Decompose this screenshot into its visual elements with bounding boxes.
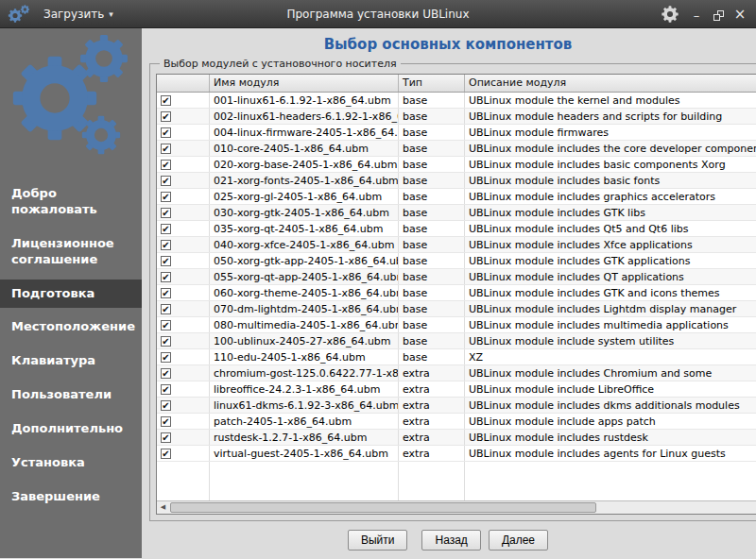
settings-gear-icon[interactable]	[662, 6, 679, 23]
row-checkbox[interactable]: ✔	[161, 95, 171, 106]
table-row[interactable]: ✔linux61-dkms-6.1.92-3-x86_64.ubmextraUB…	[157, 398, 756, 414]
table-row[interactable]: ✔virtual-guest-2405-1-x86_64.ubmextraUBL…	[157, 446, 756, 462]
table-row[interactable]: ✔030-xorg-gtk-2405-1-x86_64.ubmbaseUBLin…	[157, 205, 756, 221]
row-checkbox[interactable]: ✔	[161, 336, 171, 347]
table-row[interactable]: ✔035-xorg-qt-2405-1-x86_64.ubmbaseUBLinu…	[157, 221, 756, 237]
row-checkbox[interactable]: ✔	[161, 449, 171, 459]
row-checkbox[interactable]: ✔	[161, 384, 171, 395]
module-checkbox-cell: ✔	[157, 173, 210, 188]
table-row[interactable]: ✔patch-2405-1-x86_64.ubmextraUBLinux mod…	[157, 414, 756, 430]
row-checkbox[interactable]: ✔	[161, 192, 171, 202]
header-module-type[interactable]: Тип	[399, 75, 465, 92]
module-name-cell: virtual-guest-2405-1-x86_64.ubm	[210, 446, 399, 461]
row-checkbox[interactable]: ✔	[161, 416, 171, 427]
row-checkbox[interactable]: ✔	[161, 208, 171, 218]
module-name-cell: rustdesk-1.2.7-1-x86_64.ubm	[210, 430, 399, 445]
row-checkbox[interactable]: ✔	[161, 240, 171, 250]
sidebar-item-8[interactable]: Завершение	[0, 483, 142, 512]
table-row[interactable]: ✔055-xorg-qt-app-2405-1-x86_64.ubmbaseUB…	[157, 269, 756, 285]
module-name-cell: 025-xorg-gl-2405-1-x86_64.ubm	[210, 189, 399, 204]
sidebar-item-2[interactable]: Подготовка	[0, 280, 142, 309]
module-type-cell: extra	[399, 398, 465, 413]
module-type-cell: base	[399, 93, 465, 108]
maximize-button[interactable]	[712, 8, 725, 21]
row-checkbox[interactable]: ✔	[161, 304, 171, 314]
horizontal-scrollbar[interactable]: ◀ ▶	[157, 500, 756, 514]
table-row[interactable]: ✔110-edu-2405-1-x86_64.ubmbaseXZ	[157, 349, 756, 365]
close-button[interactable]: ×	[733, 8, 747, 21]
table-row[interactable]: ✔010-core-2405-1-x86_64.ubmbaseUBLinux m…	[157, 141, 756, 157]
back-button[interactable]: Назад	[421, 530, 480, 551]
row-checkbox[interactable]: ✔	[161, 127, 171, 138]
row-checkbox[interactable]: ✔	[161, 224, 171, 234]
row-checkbox[interactable]: ✔	[161, 111, 171, 122]
module-desc-cell: UBLinux module includes Xfce application…	[465, 237, 756, 252]
module-checkbox-cell: ✔	[157, 446, 210, 461]
minimize-icon: –	[694, 11, 700, 21]
table-row[interactable]: ✔chromium-gost-125.0.6422.77-1-x86_64.ub…	[157, 365, 756, 381]
sidebar-item-1[interactable]: Лицензионное соглашение	[0, 229, 142, 275]
module-desc-cell: UBLinux module includes basic components…	[465, 157, 756, 172]
row-checkbox[interactable]: ✔	[161, 368, 171, 379]
table-row[interactable]: ✔libreoffice-24.2.3-1-x86_64.ubmextraUBL…	[157, 381, 756, 398]
table-row[interactable]: ✔060-xorg-theme-2405-1-x86_64.ubmbaseUBL…	[157, 285, 756, 301]
minimize-button[interactable]: –	[690, 8, 703, 21]
module-checkbox-cell: ✔	[157, 109, 210, 124]
module-name-cell: 010-core-2405-1-x86_64.ubm	[210, 141, 399, 156]
module-groupbox: Выбор модулей с установочного носителя И…	[149, 58, 756, 521]
row-checkbox[interactable]: ✔	[161, 432, 171, 443]
module-desc-cell: UBLinux module includes Lightdm display …	[465, 301, 756, 316]
header-checkbox-column[interactable]	[157, 75, 210, 92]
module-type-cell: extra	[399, 430, 465, 445]
module-desc-cell: UBLinux module includes GTK and icons th…	[465, 285, 756, 300]
sidebar-item-0[interactable]: Добро пожаловать	[0, 179, 142, 225]
row-checkbox[interactable]: ✔	[161, 352, 171, 363]
module-checkbox-cell: ✔	[157, 141, 210, 156]
module-name-cell: libreoffice-24.2.3-1-x86_64.ubm	[210, 381, 399, 397]
header-module-desc[interactable]: Описание модуля	[465, 75, 756, 92]
module-name-cell: 060-xorg-theme-2405-1-x86_64.ubm	[210, 285, 399, 300]
module-type-cell: base	[399, 253, 465, 268]
module-name-cell: 035-xorg-qt-2405-1-x86_64.ubm	[210, 221, 399, 236]
table-row[interactable]: ✔021-xorg-fonts-2405-1-x86_64.ubmbaseUBL…	[157, 173, 756, 189]
row-checkbox[interactable]: ✔	[161, 256, 171, 266]
table-row[interactable]: ✔020-xorg-base-2405-1-x86_64.ubmbaseUBLi…	[157, 157, 756, 173]
module-checkbox-cell: ✔	[157, 430, 210, 445]
module-type-cell: extra	[399, 414, 465, 429]
sidebar-item-3[interactable]: Местоположение	[0, 313, 142, 342]
row-checkbox[interactable]: ✔	[161, 160, 171, 170]
load-button[interactable]: Загрузить ▾	[38, 5, 119, 24]
table-row[interactable]: ✔040-xorg-xfce-2405-1-x86_64.ubmbaseUBLi…	[157, 237, 756, 253]
module-name-cell: 055-xorg-qt-app-2405-1-x86_64.ubm	[210, 269, 399, 284]
table-row[interactable]: ✔001-linux61-6.1.92-1-x86_64.ubmbaseUBLi…	[157, 93, 756, 109]
sidebar-item-5[interactable]: Пользователи	[0, 381, 142, 410]
table-row[interactable]: ✔025-xorg-gl-2405-1-x86_64.ubmbaseUBLinu…	[157, 189, 756, 205]
table-row[interactable]: ✔002-linux61-headers-6.1.92-1-x86_64.ubm…	[157, 109, 756, 125]
header-module-name[interactable]: Имя модуля	[210, 75, 399, 92]
row-checkbox[interactable]: ✔	[161, 144, 171, 154]
table-row[interactable]: ✔050-xorg-gtk-app-2405-1-x86_64.ubmbaseU…	[157, 253, 756, 269]
module-type-cell: base	[399, 189, 465, 204]
table-row[interactable]: ✔080-multimedia-2405-1-x86_64.ubmbaseUBL…	[157, 317, 756, 333]
table-row[interactable]: ✔070-dm-lightdm-2405-1-x86_64.ubmbaseUBL…	[157, 301, 756, 317]
row-checkbox[interactable]: ✔	[161, 400, 171, 411]
sidebar-item-7[interactable]: Установка	[0, 449, 142, 478]
page-title: Выбор основных компонентов	[149, 36, 747, 53]
sidebar-item-4[interactable]: Клавиатура	[0, 347, 142, 376]
sidebar-item-6[interactable]: Дополнительно	[0, 415, 142, 444]
row-checkbox[interactable]: ✔	[161, 272, 171, 282]
scroll-left-button[interactable]: ◀	[157, 501, 169, 514]
row-checkbox[interactable]: ✔	[161, 176, 171, 186]
module-checkbox-cell: ✔	[157, 269, 210, 284]
table-row[interactable]: ✔004-linux-firmware-2405-1-x86_64.ubmbas…	[157, 125, 756, 141]
module-name-cell: 002-linux61-headers-6.1.92-1-x86_64.ubm	[210, 109, 399, 124]
horizontal-scrollbar-thumb[interactable]	[170, 502, 596, 513]
module-desc-cell: UBLinux module includes the core develop…	[465, 141, 756, 156]
row-checkbox[interactable]: ✔	[161, 320, 171, 330]
next-button[interactable]: Далее	[489, 530, 548, 551]
table-row[interactable]: ✔rustdesk-1.2.7-1-x86_64.ubmextraUBLinux…	[157, 430, 756, 446]
module-checkbox-cell: ✔	[157, 93, 210, 108]
row-checkbox[interactable]: ✔	[161, 288, 171, 298]
table-row[interactable]: ✔100-ublinux-2405-27-x86_64.ubmbaseUBLin…	[157, 333, 756, 349]
exit-button[interactable]: Выйти	[348, 530, 408, 551]
